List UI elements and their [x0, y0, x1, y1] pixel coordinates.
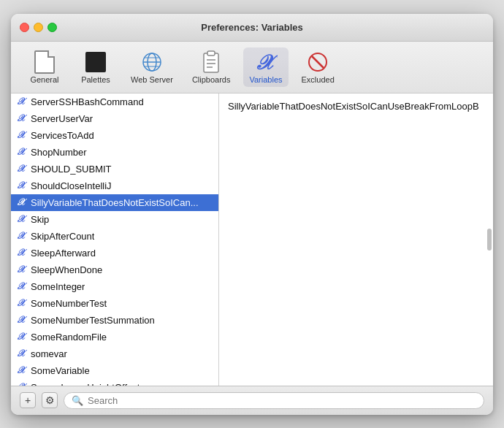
- variable-item-icon: 𝒳: [17, 146, 27, 158]
- toolbar-item-web-server[interactable]: Web Server: [125, 47, 179, 87]
- toolbar-label-variables: Variables: [249, 75, 282, 84]
- list-item[interactable]: 𝒳somevar: [11, 345, 218, 362]
- variable-item-name: SomeVariable: [31, 365, 90, 376]
- list-item[interactable]: 𝒳ShouldCloseIntelliJ: [11, 177, 218, 194]
- maximize-button[interactable]: [47, 23, 57, 32]
- variables-icon: 𝒳: [254, 50, 278, 74]
- variable-item-name: SomeInteger: [31, 281, 85, 292]
- toolbar-item-excluded[interactable]: Excluded: [296, 47, 340, 87]
- variable-item-name: SourceImageHeightOffset: [31, 382, 140, 386]
- list-item[interactable]: 𝒳SleepWhenDone: [11, 261, 218, 278]
- svg-text:𝒳: 𝒳: [17, 364, 27, 375]
- variable-item-name: SleepWhenDone: [31, 264, 102, 275]
- variable-item-name: ServerSSHBashCommand: [31, 96, 144, 107]
- toolbar-label-excluded: Excluded: [302, 75, 335, 84]
- content-area: 𝒳ServerSSHBashCommand𝒳ServerUserVar𝒳Serv…: [11, 93, 493, 386]
- variable-item-icon: 𝒳: [17, 364, 27, 377]
- svg-text:𝒳: 𝒳: [256, 51, 278, 74]
- variable-item-icon: 𝒳: [17, 247, 27, 259]
- minimize-button[interactable]: [34, 23, 43, 32]
- list-item[interactable]: 𝒳SourceImageHeightOffset: [11, 379, 218, 386]
- variable-item-icon: 𝒳: [17, 129, 27, 142]
- svg-text:𝒳: 𝒳: [17, 112, 27, 123]
- variable-item-name: Skip: [31, 214, 49, 225]
- list-item[interactable]: 𝒳ServerUserVar: [11, 110, 218, 127]
- svg-text:𝒳: 𝒳: [17, 213, 27, 223]
- variable-item-icon: 𝒳: [17, 163, 27, 175]
- variable-item-name: SomeNumberTestSummation: [31, 315, 155, 326]
- variable-item-icon: 𝒳: [17, 96, 27, 108]
- titlebar: Preferences: Variables: [11, 14, 493, 42]
- palettes-icon: [84, 50, 107, 74]
- toolbar-label-clipboards: Clipboards: [192, 75, 231, 84]
- svg-rect-6: [207, 51, 215, 56]
- svg-text:𝒳: 𝒳: [17, 381, 27, 386]
- list-item[interactable]: 𝒳ShopNumber: [11, 144, 218, 161]
- toolbar-label-palettes: Palettes: [81, 75, 110, 84]
- variable-item-icon: 𝒳: [17, 280, 27, 293]
- list-item[interactable]: 𝒳SomeVariable: [11, 362, 218, 379]
- list-item[interactable]: 𝒳SleepAfterward: [11, 245, 218, 261]
- variable-item-name: ServicesToAdd: [31, 130, 94, 141]
- svg-text:𝒳: 𝒳: [17, 348, 27, 358]
- toolbar-item-clipboards[interactable]: Clipboards: [186, 47, 237, 87]
- svg-rect-5: [204, 53, 218, 72]
- svg-text:𝒳: 𝒳: [17, 247, 27, 257]
- toolbar-label-general: General: [30, 75, 58, 84]
- close-button[interactable]: [20, 23, 29, 32]
- list-item[interactable]: 𝒳SomeRandomFile: [11, 329, 218, 345]
- variable-item-icon: 𝒳: [17, 297, 27, 310]
- footer: + ⚙ 🔍: [11, 386, 493, 415]
- svg-text:𝒳: 𝒳: [17, 146, 27, 156]
- window-title: Preferences: Variables: [201, 22, 302, 33]
- list-item[interactable]: 𝒳SomeInteger: [11, 278, 218, 295]
- variable-item-icon: 𝒳: [17, 213, 27, 226]
- toolbar-label-web-server: Web Server: [131, 75, 173, 84]
- variable-item-name: somevar: [31, 348, 67, 359]
- variable-item-name: ShouldCloseIntelliJ: [31, 180, 112, 191]
- variable-item-name: SkipAfterCount: [31, 231, 94, 242]
- svg-line-12: [312, 56, 324, 68]
- list-item[interactable]: 𝒳SkipAfterCount: [11, 228, 218, 245]
- list-item[interactable]: 𝒳SomeNumberTestSummation: [11, 312, 218, 329]
- svg-text:𝒳: 𝒳: [17, 280, 27, 291]
- list-item[interactable]: 𝒳ServerSSHBashCommand: [11, 93, 218, 110]
- variable-item-name: ServerUserVar: [31, 113, 93, 124]
- settings-icon: ⚙: [45, 394, 55, 406]
- toolbar-item-palettes[interactable]: Palettes: [74, 47, 118, 87]
- svg-text:𝒳: 𝒳: [17, 180, 27, 190]
- svg-text:𝒳: 𝒳: [17, 331, 27, 341]
- clipboards-icon: [199, 50, 223, 74]
- toolbar-item-general[interactable]: General: [23, 47, 66, 87]
- svg-text:𝒳: 𝒳: [17, 96, 27, 106]
- variables-list: 𝒳ServerSSHBashCommand𝒳ServerUserVar𝒳Serv…: [11, 93, 219, 386]
- variable-item-icon: 𝒳: [17, 196, 27, 209]
- search-input[interactable]: [88, 395, 476, 406]
- settings-button[interactable]: ⚙: [42, 392, 58, 408]
- variable-item-icon: 𝒳: [17, 331, 27, 343]
- list-item[interactable]: 𝒳SomeNumberTest: [11, 295, 218, 312]
- svg-text:𝒳: 𝒳: [17, 129, 27, 140]
- variable-item-icon: 𝒳: [17, 112, 27, 125]
- svg-text:𝒳: 𝒳: [17, 196, 27, 207]
- variable-item-icon: 𝒳: [17, 180, 27, 192]
- variable-item-name: SomeNumberTest: [31, 298, 107, 309]
- variable-item-name: ShopNumber: [31, 147, 87, 158]
- list-item[interactable]: 𝒳ServicesToAdd: [11, 127, 218, 144]
- variable-item-icon: 𝒳: [17, 381, 27, 386]
- add-button[interactable]: +: [20, 392, 36, 408]
- preferences-window: Preferences: Variables General Palettes: [11, 14, 493, 415]
- traffic-lights: [20, 23, 57, 32]
- list-item[interactable]: 𝒳Skip: [11, 211, 218, 228]
- variable-value: SillyVariableThatDoesNotExistSoICanUseBr…: [228, 101, 479, 112]
- svg-text:𝒳: 𝒳: [17, 297, 27, 307]
- toolbar: General Palettes Web Server: [11, 42, 493, 93]
- variable-item-icon: 𝒳: [17, 230, 27, 242]
- svg-text:𝒳: 𝒳: [17, 230, 27, 240]
- variable-item-icon: 𝒳: [17, 314, 27, 326]
- svg-text:𝒳: 𝒳: [17, 314, 27, 324]
- list-item[interactable]: 𝒳SHOULD_SUBMIT: [11, 161, 218, 177]
- list-item[interactable]: 𝒳SillyVariableThatDoesNotExistSoICan...: [11, 194, 218, 211]
- toolbar-item-variables[interactable]: 𝒳 Variables: [243, 47, 288, 87]
- variable-item-name: SleepAfterward: [31, 248, 96, 259]
